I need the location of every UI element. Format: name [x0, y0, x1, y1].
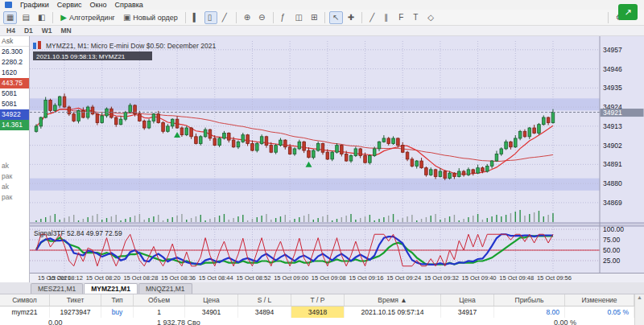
- market-watch-fragment: ak: [0, 161, 29, 171]
- column-header-0[interactable]: Символ: [0, 294, 50, 306]
- column-header-7[interactable]: Время ▲: [345, 294, 441, 306]
- menu-service[interactable]: Сервис: [57, 1, 82, 9]
- market-watch-price[interactable]: 26.300: [0, 47, 29, 57]
- column-header-1[interactable]: Тикет: [50, 294, 101, 306]
- cell-price[interactable]: 34901: [185, 306, 238, 318]
- objects-icon: ◫: [295, 14, 303, 22]
- fibonacci-icon[interactable]: F: [395, 11, 408, 24]
- indicators-icon[interactable]: ƒ: [278, 11, 291, 24]
- cell-change[interactable]: 0.05 %: [565, 306, 634, 318]
- cell-price-current[interactable]: 34917: [441, 306, 494, 318]
- market-watch-toggle-icon: ▦: [6, 14, 14, 22]
- timeframe-mn[interactable]: MN: [57, 27, 76, 35]
- time-axis-label: 15 Oct 09:00: [274, 274, 308, 282]
- bar-chart-icon[interactable]: ▍: [190, 11, 203, 24]
- price-chart[interactable]: 3495734946349353492434913349023489134880…: [30, 36, 644, 273]
- market-watch-panel[interactable]: Ask26.3002280.21620443.75508150813492214…: [0, 36, 30, 282]
- cell-sl[interactable]: 34894: [238, 306, 291, 318]
- column-header-2[interactable]: Тип: [101, 294, 134, 306]
- price-axis-label: 34869: [603, 199, 622, 207]
- toolbar-separator: [608, 12, 609, 23]
- chart-tab-mesz21[interactable]: MESZ21,M1: [31, 283, 83, 294]
- position-row[interactable]: mymz2119273947buy13490134894349182021.10…: [0, 306, 644, 318]
- objects-icon[interactable]: ◫: [292, 11, 306, 24]
- market-watch-price[interactable]: 2280.2: [0, 57, 29, 68]
- price-axis-label: 34935: [603, 84, 622, 92]
- grid-icon[interactable]: ⊞: [308, 11, 320, 24]
- algo-trading-button: ▶: [60, 14, 67, 22]
- chart-title: MYMZ21, M1: Micro E-mini Dow $0.50: Dece…: [46, 42, 216, 50]
- grid-icon: ⊞: [311, 14, 317, 22]
- zoom-in-icon[interactable]: ⊕: [241, 11, 254, 24]
- column-header-10[interactable]: Изменение: [565, 294, 634, 306]
- price-band: [30, 179, 600, 191]
- timeframe-w1[interactable]: W1: [38, 27, 56, 35]
- toolbar-separator: [52, 12, 53, 23]
- timeframe-h4[interactable]: H4: [2, 27, 19, 35]
- pane-separator[interactable]: [30, 223, 644, 226]
- zoom-out-icon[interactable]: ⊖: [255, 11, 268, 24]
- footer-fragment: 0.00: [48, 319, 63, 325]
- cell-tp[interactable]: 34918: [291, 306, 345, 318]
- cursor-icon[interactable]: ↖: [329, 11, 342, 24]
- column-header-9[interactable]: Прибыль: [494, 294, 565, 306]
- cell-volume[interactable]: 1: [134, 306, 185, 318]
- new-order-button[interactable]: ▣Новый ордер: [120, 11, 181, 24]
- cell-ticket[interactable]: 19273947: [50, 306, 101, 318]
- channel-icon: ∥: [384, 14, 388, 22]
- time-axis: 15 Oct 202115 Oct 08:1215 Oct 08:2015 Oc…: [30, 273, 644, 282]
- data-window-icon[interactable]: ▤: [19, 11, 32, 24]
- market-watch-fragment: рак: [0, 192, 29, 203]
- toolbar-separator: [273, 12, 274, 23]
- timeframe-d1[interactable]: D1: [20, 27, 37, 35]
- toolbox-panel: СимволТикетТипОбъемЦенаS / LT / PВремя ▲…: [0, 294, 644, 325]
- price-axis-label: 34902: [603, 142, 622, 150]
- current-price-badge-label: 34921: [603, 109, 622, 117]
- candle-chart-icon[interactable]: ▯: [204, 11, 217, 24]
- cell-type[interactable]: buy: [101, 306, 134, 318]
- menu-window[interactable]: Окно: [90, 1, 107, 9]
- market-watch-price[interactable]: 1620: [0, 68, 29, 78]
- market-watch-price[interactable]: 5081: [0, 88, 29, 99]
- text-icon[interactable]: T: [410, 11, 423, 24]
- cursor-icon: ↖: [332, 14, 339, 22]
- channel-icon[interactable]: ∥: [381, 11, 394, 24]
- quick-trade-badge[interactable]: ↗: [618, 4, 638, 20]
- chart-tab-mnqz21[interactable]: MNQZ21,M1: [138, 283, 192, 294]
- toolbox-scrollbar[interactable]: ▲: [634, 294, 644, 325]
- chart-tab-mymz21[interactable]: MYMZ21,M1: [84, 283, 138, 294]
- cell-time[interactable]: 2021.10.15 09:57:14: [345, 306, 441, 318]
- market-watch-price[interactable]: 443.75: [0, 78, 29, 88]
- algo-trading-button[interactable]: ▶Алготрейдинг: [57, 11, 118, 24]
- market-watch-price[interactable]: 14.361: [0, 120, 29, 130]
- cell-profit[interactable]: 8.00: [494, 306, 565, 318]
- line-chart-icon[interactable]: ╱: [219, 11, 232, 24]
- fibonacci-icon: F: [398, 14, 403, 22]
- time-axis-label: 15 Oct 09:32: [424, 274, 459, 282]
- navigator-icon[interactable]: ◧: [35, 11, 48, 24]
- positions-table-header[interactable]: СимволТикетТипОбъемЦенаS / LT / PВремя ▲…: [0, 294, 644, 306]
- column-header-4[interactable]: Цена: [185, 294, 238, 306]
- market-watch-toggle-icon[interactable]: ▦: [3, 11, 17, 24]
- column-header-3[interactable]: Объем: [134, 294, 185, 306]
- column-header-8[interactable]: Цена: [441, 294, 494, 306]
- menu-help[interactable]: Справка: [115, 1, 143, 9]
- candle-chart-icon: ▯: [208, 14, 213, 22]
- time-axis-label: 15 Oct 09:40: [462, 274, 497, 282]
- menu-charts[interactable]: Графики: [20, 1, 49, 9]
- chart-area[interactable]: 3495734946349353492434913349023489134880…: [30, 36, 644, 282]
- column-header-5[interactable]: S / L: [238, 294, 291, 306]
- market-watch-price[interactable]: 5081: [0, 99, 29, 109]
- indicator-axis-label: 50.00: [603, 246, 621, 254]
- toolbar-separator: [236, 12, 237, 23]
- indicator-axis-label: 100.00: [603, 225, 624, 233]
- trendline-icon[interactable]: ╱: [366, 11, 379, 24]
- chart-symbol-icon: [38, 41, 41, 49]
- crosshair-icon[interactable]: ✚: [345, 11, 357, 24]
- market-watch-price[interactable]: 34922: [0, 109, 29, 120]
- cell-symbol[interactable]: mymz21: [0, 306, 50, 318]
- shapes-icon[interactable]: ◇: [424, 11, 437, 24]
- new-order-button-label: Новый ордер: [133, 14, 177, 22]
- column-header-6[interactable]: T / P: [291, 294, 345, 306]
- time-axis-label: 15 Oct 08:28: [123, 274, 158, 282]
